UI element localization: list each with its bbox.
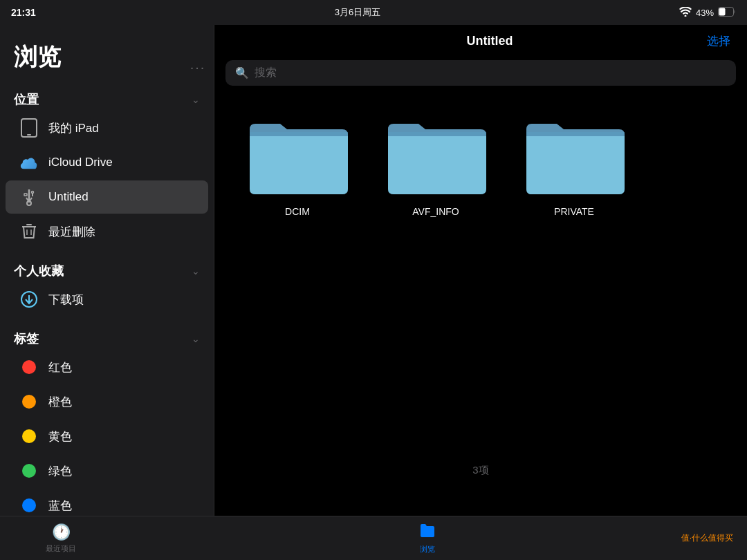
orange-label: 橙色: [48, 394, 72, 410]
tab-recents-label: 最近项目: [46, 543, 76, 554]
sidebar-item-yellow[interactable]: 黄色: [6, 420, 208, 453]
search-bar[interactable]: 🔍 搜索: [225, 60, 736, 86]
search-placeholder: 搜索: [255, 66, 277, 80]
content-area: Untitled 选择 🔍 搜索: [214, 25, 747, 516]
red-tag-icon: [19, 357, 39, 377]
tab-browse-label: 浏览: [420, 544, 435, 554]
svg-rect-3: [27, 134, 31, 136]
select-button[interactable]: 选择: [707, 33, 730, 49]
sidebar-item-red[interactable]: 红色: [6, 351, 208, 384]
tab-bar: 🕐 最近项目 浏览 值·什么值得买: [0, 516, 747, 560]
more-button[interactable]: ···: [187, 57, 208, 77]
red-label: 红色: [48, 360, 72, 375]
more-dots-icon: ···: [190, 59, 206, 75]
svg-rect-5: [24, 194, 27, 196]
folder-tab-icon: [419, 523, 436, 542]
folder-avf-info[interactable]: AVF_INFO: [380, 111, 491, 217]
main-area: 浏览 ··· 位置 ⌄ 我的 iPad: [0, 25, 747, 516]
sidebar-item-recently-deleted[interactable]: 最近删除: [6, 215, 208, 248]
recently-deleted-label: 最近删除: [48, 224, 95, 240]
section-location: 位置 ⌄: [0, 87, 214, 111]
clock-icon: 🕐: [52, 523, 71, 541]
folder-dcim-label: DCIM: [285, 206, 310, 217]
ipad-icon: [19, 118, 39, 138]
usb-icon: [19, 187, 39, 207]
item-count: 3项: [214, 464, 747, 477]
watermark-text: 值·什么值得买: [681, 532, 733, 544]
sidebar-item-blue[interactable]: 蓝色: [6, 489, 208, 516]
folder-private[interactable]: PRIVATE: [519, 111, 629, 217]
search-icon: 🔍: [235, 66, 249, 80]
blue-tag-icon: [19, 496, 39, 515]
icloud-icon: [19, 153, 39, 172]
sidebar-item-icloud[interactable]: iCloud Drive: [6, 146, 208, 179]
favorites-chevron-icon[interactable]: ⌄: [192, 265, 200, 277]
green-label: 绿色: [48, 463, 72, 479]
folder-icon-private: [519, 111, 629, 200]
sidebar-item-downloads[interactable]: 下载项: [6, 283, 208, 316]
sidebar-item-my-ipad[interactable]: 我的 iPad: [6, 111, 208, 144]
blue-label: 蓝色: [48, 498, 72, 514]
svg-rect-1: [719, 8, 726, 15]
status-indicators: 43%: [679, 7, 736, 19]
content-title: Untitled: [467, 34, 513, 48]
section-favorites: 个人收藏 ⌄: [0, 259, 214, 282]
tab-recents[interactable]: 🕐 最近项目: [0, 523, 122, 554]
sidebar-item-green[interactable]: 绿色: [6, 454, 208, 487]
orange-tag-icon: [19, 392, 39, 411]
folder-icon-dcim: [242, 111, 353, 200]
tags-chevron-icon[interactable]: ⌄: [192, 333, 200, 344]
icloud-label: iCloud Drive: [48, 156, 113, 169]
folder-dcim[interactable]: DCIM: [242, 111, 353, 217]
location-label: 位置: [14, 91, 39, 108]
section-tags: 标签 ⌄: [0, 326, 214, 350]
svg-point-8: [27, 201, 31, 205]
trash-icon: [19, 222, 39, 241]
folder-avf-label: AVF_INFO: [412, 206, 459, 217]
favorites-label: 个人收藏: [14, 263, 64, 279]
location-chevron-icon[interactable]: ⌄: [192, 94, 200, 105]
yellow-label: 黄色: [48, 429, 72, 445]
app-container: 浏览 ··· 位置 ⌄ 我的 iPad: [0, 25, 747, 560]
tab-browse[interactable]: 浏览: [367, 523, 489, 554]
status-date: 3月6日周五: [335, 6, 380, 19]
sidebar: 浏览 ··· 位置 ⌄ 我的 iPad: [0, 25, 214, 516]
svg-point-7: [32, 192, 34, 194]
status-time: 21:31: [11, 7, 36, 18]
download-icon: [19, 290, 39, 309]
content-header: Untitled 选择: [214, 25, 747, 57]
folder-icon-avf: [380, 111, 491, 200]
battery-text: 43%: [696, 8, 714, 18]
sidebar-title: 浏览: [0, 36, 214, 87]
downloads-label: 下载项: [48, 292, 84, 308]
folder-grid: DCIM AVF_INFO: [214, 97, 747, 231]
yellow-tag-icon: [19, 427, 39, 446]
my-ipad-label: 我的 iPad: [48, 120, 99, 136]
status-bar: 21:31 3月6日周五 43%: [0, 0, 747, 25]
folder-private-label: PRIVATE: [554, 206, 594, 217]
untitled-label: Untitled: [48, 190, 89, 204]
sidebar-item-orange[interactable]: 橙色: [6, 385, 208, 418]
watermark-area: 值·什么值得买: [489, 532, 747, 544]
green-tag-icon: [19, 461, 39, 480]
wifi-icon: [679, 7, 692, 19]
tags-label: 标签: [14, 330, 39, 347]
sidebar-item-untitled[interactable]: Untitled: [6, 180, 208, 214]
battery-icon: [718, 7, 736, 19]
